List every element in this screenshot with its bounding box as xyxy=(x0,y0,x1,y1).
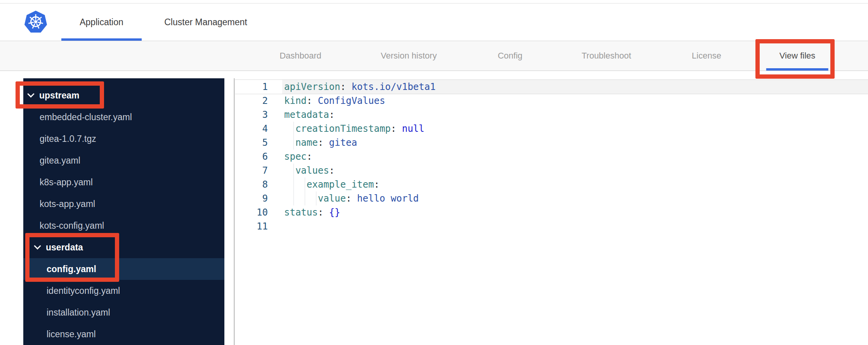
tree-item-label: identityconfig.yaml xyxy=(47,286,120,296)
indent-guide xyxy=(305,178,305,191)
tree-item-k8s-app-yaml[interactable]: k8s-app.yaml xyxy=(23,171,224,193)
tree-item-label: upstream xyxy=(39,90,80,101)
tree-item-kots-app-yaml[interactable]: kots-app.yaml xyxy=(23,193,224,215)
app-header: Application Cluster Management xyxy=(0,0,868,41)
chevron-down-icon xyxy=(27,90,34,97)
tree-item-label: kots-config.yaml xyxy=(40,221,104,231)
code-line-7[interactable]: 7 values: xyxy=(235,164,868,178)
chevron-down-icon xyxy=(34,242,41,249)
subnav-tab-dashboard[interactable]: Dashboard xyxy=(279,41,321,71)
subnav-tab-label: Troubleshoot xyxy=(582,51,631,61)
tree-item-label: gitea.yaml xyxy=(40,155,80,166)
tree-item-gitea-1-0-7-tgz[interactable]: gitea-1.0.7.tgz xyxy=(23,128,224,150)
tree-item-embedded-cluster-yaml[interactable]: embedded-cluster.yaml xyxy=(23,106,224,128)
line-number: 5 xyxy=(235,136,268,150)
tab-application-label: Application xyxy=(80,17,123,28)
code-text: apiVersion: kots.io/v1beta1 xyxy=(284,81,436,92)
line-number: 6 xyxy=(235,150,268,164)
code-line-3[interactable]: 3metadata: xyxy=(235,108,868,122)
indent-guide xyxy=(293,178,294,191)
subnav-tab-label: Dashboard xyxy=(279,51,321,61)
tree-item-installation-yaml[interactable]: installation.yaml xyxy=(23,302,224,323)
code-line-1[interactable]: 1apiVersion: kots.io/v1beta1 xyxy=(235,80,868,94)
indent-guide xyxy=(293,164,294,178)
line-number: 4 xyxy=(235,122,268,136)
kots-admin-console: Application Cluster Management Dashboard… xyxy=(0,0,868,345)
code-text: metadata: xyxy=(284,109,335,120)
subnav-tab-label: View files xyxy=(779,51,816,61)
tree-item-label: gitea-1.0.7.tgz xyxy=(40,134,96,144)
tree-item-upstream[interactable]: upstream xyxy=(23,85,224,106)
subnav-tab-label: License xyxy=(692,51,721,61)
file-tree-sidebar: upstreamembedded-cluster.yamlgitea-1.0.7… xyxy=(23,78,224,345)
code-line-5[interactable]: 5 name: gitea xyxy=(235,136,868,150)
line-number: 9 xyxy=(235,191,268,205)
line-number: 1 xyxy=(235,80,268,94)
code-line-10[interactable]: 10status: {} xyxy=(235,205,868,219)
line-number: 3 xyxy=(235,108,268,122)
tree-item-identityconfig-yaml[interactable]: identityconfig.yaml xyxy=(23,280,224,302)
code-line-9[interactable]: 9 value: hello world xyxy=(235,191,868,205)
line-number: 11 xyxy=(235,219,268,233)
tree-item-userdata[interactable]: userdata xyxy=(23,236,224,258)
tree-item-label: license.yaml xyxy=(47,329,96,340)
tree-item-label: userdata xyxy=(46,242,83,253)
tree-item-label: k8s-app.yaml xyxy=(40,177,93,188)
code-text: kind: ConfigValues xyxy=(284,95,385,106)
subnav-tab-config[interactable]: Config xyxy=(498,41,523,71)
line-number: 7 xyxy=(235,164,268,178)
code-text: status: {} xyxy=(284,207,340,218)
subnav: DashboardVersion historyConfigTroublesho… xyxy=(0,41,868,71)
code-line-4[interactable]: 4 creationTimestamp: null xyxy=(235,122,868,136)
tab-application[interactable]: Application xyxy=(61,3,142,41)
subnav-tab-troubleshoot[interactable]: Troubleshoot xyxy=(582,41,631,71)
indent-guide xyxy=(316,191,316,205)
tree-item-label: config.yaml xyxy=(47,264,96,274)
indent-guide xyxy=(293,191,294,205)
subnav-tab-label: Config xyxy=(498,51,523,61)
tree-item-license-yaml[interactable]: license.yaml xyxy=(23,323,224,345)
tree-item-config-yaml[interactable]: config.yaml xyxy=(23,258,224,280)
line-number: 8 xyxy=(235,178,268,191)
code-text: creationTimestamp: null xyxy=(284,123,424,134)
code-text: spec: xyxy=(284,151,312,162)
indent-guide xyxy=(305,191,305,205)
tree-item-gitea-yaml[interactable]: gitea.yaml xyxy=(23,150,224,171)
tree-item-label: kots-app.yaml xyxy=(40,199,95,209)
subnav-tab-view-files[interactable]: View files xyxy=(779,41,816,71)
tree-item-label: embedded-cluster.yaml xyxy=(40,112,132,122)
line-number: 2 xyxy=(235,94,268,108)
tree-item-label: installation.yaml xyxy=(47,307,110,318)
indent-guide xyxy=(293,122,294,136)
code-editor[interactable]: 1apiVersion: kots.io/v1beta12kind: Confi… xyxy=(235,78,868,345)
subnav-tab-license[interactable]: License xyxy=(692,41,721,71)
code-text: name: gitea xyxy=(284,137,357,148)
code-text: example_item: xyxy=(284,179,380,190)
code-text: values: xyxy=(284,165,335,176)
indent-guide xyxy=(293,136,294,150)
subnav-tab-version-history[interactable]: Version history xyxy=(381,41,437,71)
kubernetes-logo xyxy=(23,10,48,34)
tree-item-kots-config-yaml[interactable]: kots-config.yaml xyxy=(23,215,224,236)
tab-cluster-management[interactable]: Cluster Management xyxy=(146,3,266,41)
code-line-2[interactable]: 2kind: ConfigValues xyxy=(235,94,868,108)
code-line-6[interactable]: 6spec: xyxy=(235,150,868,164)
tab-cluster-management-label: Cluster Management xyxy=(164,17,247,28)
sidebar-resize-handle[interactable] xyxy=(234,78,235,345)
line-number: 10 xyxy=(235,205,268,219)
code-line-11[interactable]: 11 xyxy=(235,219,868,233)
subnav-tab-label: Version history xyxy=(381,51,437,61)
code-line-8[interactable]: 8 example_item: xyxy=(235,178,868,191)
